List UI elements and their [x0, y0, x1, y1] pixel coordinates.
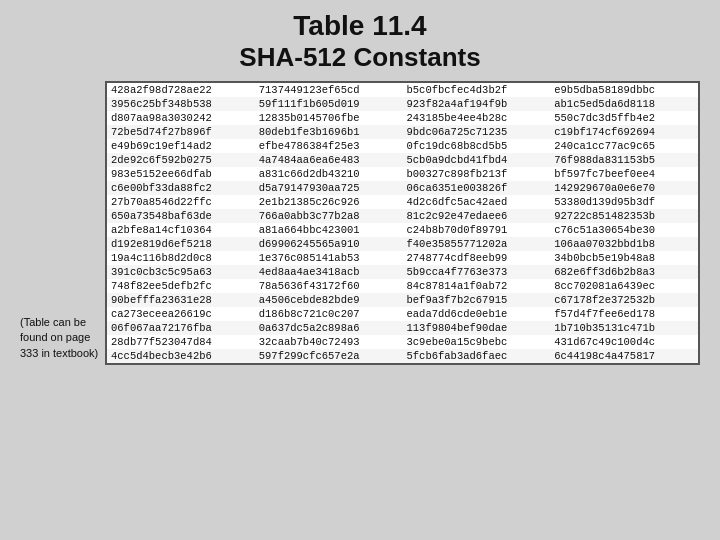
table-cell: 4cc5d4becb3e42b6 [107, 349, 255, 363]
table-cell: 27b70a8546d22ffc [107, 195, 255, 209]
table-cell: 84c87814a1f0ab72 [403, 279, 551, 293]
table-cell: 7137449123ef65cd [255, 83, 403, 97]
table-row: 72be5d74f27b896f80deb1fe3b1696b19bdc06a7… [107, 125, 698, 139]
table-cell: 6c44198c4a475817 [550, 349, 698, 363]
table-cell: 90befffa23631e28 [107, 293, 255, 307]
table-cell: 428a2f98d728ae22 [107, 83, 255, 97]
table-cell: bef9a3f7b2c67915 [403, 293, 551, 307]
table-cell: 72be5d74f27b896f [107, 125, 255, 139]
table-cell: a831c66d2db43210 [255, 167, 403, 181]
table-cell: 92722c851482353b [550, 209, 698, 223]
table-cell: e9b5dba58189dbbc [550, 83, 698, 97]
table-cell: 0a637dc5a2c898a6 [255, 321, 403, 335]
table-cell: 78a5636f43172f60 [255, 279, 403, 293]
table-cell: 923f82a4af194f9b [403, 97, 551, 111]
table-cell: 59f111f1b605d019 [255, 97, 403, 111]
table-cell: 550c7dc3d5ffb4e2 [550, 111, 698, 125]
table-cell: c67178f2e372532b [550, 293, 698, 307]
table-cell: 3956c25bf348b538 [107, 97, 255, 111]
table-row: 19a4c116b8d2d0c81e376c085141ab532748774c… [107, 251, 698, 265]
table-cell: 682e6ff3d6b2b8a3 [550, 265, 698, 279]
table-cell: 28db77f523047d84 [107, 335, 255, 349]
table-cell: c76c51a30654be30 [550, 223, 698, 237]
table-cell: 240ca1cc77ac9c65 [550, 139, 698, 153]
table-cell: eada7dd6cde0eb1e [403, 307, 551, 321]
table-row: d192e819d6ef5218d69906245565a910f40e3585… [107, 237, 698, 251]
table-row: 748f82ee5defb2fc78a5636f43172f6084c87814… [107, 279, 698, 293]
table-cell: 1e376c085141ab53 [255, 251, 403, 265]
table-title-line1: Table 11.4 [239, 10, 480, 42]
table-row: 428a2f98d728ae227137449123ef65cdb5c0fbcf… [107, 83, 698, 97]
table-cell: f57d4f7fee6ed178 [550, 307, 698, 321]
table-cell: 113f9804bef90dae [403, 321, 551, 335]
table-cell: a2bfe8a14cf10364 [107, 223, 255, 237]
table-cell: d807aa98a3030242 [107, 111, 255, 125]
title-area: Table 11.4 SHA-512 Constants [239, 10, 480, 73]
table-row: 3956c25bf348b53859f111f1b605d019923f82a4… [107, 97, 698, 111]
table-cell: c24b8b70d0f89791 [403, 223, 551, 237]
table-row: 27b70a8546d22ffc2e1b21385c26c9264d2c6dfc… [107, 195, 698, 209]
table-cell: 2748774cdf8eeb99 [403, 251, 551, 265]
table-cell: d186b8c721c0c207 [255, 307, 403, 321]
table-cell: 06ca6351e003826f [403, 181, 551, 195]
table-row: e49b69c19ef14ad2efbe4786384f25e30fc19dc6… [107, 139, 698, 153]
table-cell: 4a7484aa6ea6e483 [255, 153, 403, 167]
table-row: 2de92c6f592b02754a7484aa6ea6e4835cb0a9dc… [107, 153, 698, 167]
side-note: (Table can be found on page 333 in textb… [20, 315, 105, 365]
table-cell: 983e5152ee66dfab [107, 167, 255, 181]
table-cell: d192e819d6ef5218 [107, 237, 255, 251]
table-cell: a4506cebde82bde9 [255, 293, 403, 307]
table-row: d807aa98a303024212835b0145706fbe243185be… [107, 111, 698, 125]
table-cell: 9bdc06a725c71235 [403, 125, 551, 139]
table-cell: 5b9cca4f7763e373 [403, 265, 551, 279]
table-cell: ca273eceea26619c [107, 307, 255, 321]
table-row: 06f067aa72176fba0a637dc5a2c898a6113f9804… [107, 321, 698, 335]
table-cell: 106aa07032bbd1b8 [550, 237, 698, 251]
table-row: 391c0cb3c5c95a634ed8aa4ae3418acb5b9cca4f… [107, 265, 698, 279]
table-cell: ab1c5ed5da6d8118 [550, 97, 698, 111]
table-cell: 766a0abb3c77b2a8 [255, 209, 403, 223]
table-cell: b00327c898fb213f [403, 167, 551, 181]
table-cell: 76f988da831153b5 [550, 153, 698, 167]
table-cell: 80deb1fe3b1696b1 [255, 125, 403, 139]
table-cell: 0fc19dc68b8cd5b5 [403, 139, 551, 153]
table-cell: 391c0cb3c5c95a63 [107, 265, 255, 279]
table-cell: 3c9ebe0a15c9bebc [403, 335, 551, 349]
table-cell: 5cb0a9dcbd41fbd4 [403, 153, 551, 167]
table-cell: 4ed8aa4ae3418acb [255, 265, 403, 279]
table-cell: b5c0fbcfec4d3b2f [403, 83, 551, 97]
table-cell: 243185be4ee4b28c [403, 111, 551, 125]
table-cell: 1b710b35131c471b [550, 321, 698, 335]
table-cell: 2e1b21385c26c926 [255, 195, 403, 209]
table-row: 90befffa23631e28a4506cebde82bde9bef9a3f7… [107, 293, 698, 307]
table-row: 983e5152ee66dfaba831c66d2db43210b00327c8… [107, 167, 698, 181]
table-cell: 53380d139d95b3df [550, 195, 698, 209]
main-container: (Table can be found on page 333 in textb… [20, 81, 700, 365]
table-row: 4cc5d4becb3e42b6597f299cfc657e2a5fcb6fab… [107, 349, 698, 363]
table-cell: 597f299cfc657e2a [255, 349, 403, 363]
table-cell: 650a73548baf63de [107, 209, 255, 223]
constants-table: 428a2f98d728ae227137449123ef65cdb5c0fbcf… [107, 83, 698, 363]
table-cell: 748f82ee5defb2fc [107, 279, 255, 293]
table-row: a2bfe8a14cf10364a81a664bbc423001c24b8b70… [107, 223, 698, 237]
table-cell: 34b0bcb5e19b48a8 [550, 251, 698, 265]
table-cell: c19bf174cf692694 [550, 125, 698, 139]
table-cell: bf597fc7beef0ee4 [550, 167, 698, 181]
table-cell: f40e35855771202a [403, 237, 551, 251]
table-cell: e49b69c19ef14ad2 [107, 139, 255, 153]
table-cell: 12835b0145706fbe [255, 111, 403, 125]
table-cell: d69906245565a910 [255, 237, 403, 251]
table-wrapper: 428a2f98d728ae227137449123ef65cdb5c0fbcf… [105, 81, 700, 365]
table-cell: 142929670a0e6e70 [550, 181, 698, 195]
table-cell: d5a79147930aa725 [255, 181, 403, 195]
table-cell: 8cc702081a6439ec [550, 279, 698, 293]
table-cell: 431d67c49c100d4c [550, 335, 698, 349]
table-cell: a81a664bbc423001 [255, 223, 403, 237]
table-cell: 06f067aa72176fba [107, 321, 255, 335]
table-cell: efbe4786384f25e3 [255, 139, 403, 153]
table-cell: 19a4c116b8d2d0c8 [107, 251, 255, 265]
table-row: 28db77f523047d8432caab7b40c724933c9ebe0a… [107, 335, 698, 349]
table-row: ca273eceea26619cd186b8c721c0c207eada7dd6… [107, 307, 698, 321]
table-row: c6e00bf33da88fc2d5a79147930aa72506ca6351… [107, 181, 698, 195]
table-cell: c6e00bf33da88fc2 [107, 181, 255, 195]
